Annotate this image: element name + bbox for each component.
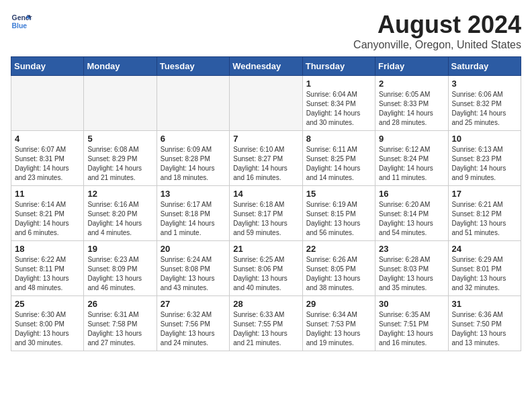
day-number: 6 [161, 134, 226, 144]
day-number: 8 [306, 134, 371, 144]
day-number: 5 [87, 134, 152, 144]
day-number: 3 [452, 79, 517, 89]
day-number: 31 [452, 299, 517, 309]
day-number: 30 [379, 299, 444, 309]
day-cell [11, 76, 84, 131]
day-number: 16 [379, 189, 444, 199]
day-number: 23 [379, 244, 444, 254]
day-info: Sunrise: 6:13 AM Sunset: 8:23 PM Dayligh… [452, 145, 517, 183]
calendar-table: SundayMondayTuesdayWednesdayThursdayFrid… [11, 56, 521, 351]
day-number: 29 [306, 299, 371, 309]
title-section: August 2024 Canyonville, Oregon, United … [353, 11, 521, 51]
day-cell: 21Sunrise: 6:25 AM Sunset: 8:06 PM Dayli… [230, 241, 302, 296]
day-number: 1 [306, 79, 371, 89]
day-cell [230, 76, 302, 131]
day-info: Sunrise: 6:09 AM Sunset: 8:28 PM Dayligh… [161, 145, 226, 183]
day-number: 28 [233, 299, 298, 309]
day-info: Sunrise: 6:32 AM Sunset: 7:56 PM Dayligh… [161, 310, 226, 348]
day-info: Sunrise: 6:19 AM Sunset: 8:15 PM Dayligh… [306, 200, 371, 238]
day-info: Sunrise: 6:30 AM Sunset: 8:00 PM Dayligh… [15, 310, 80, 348]
weekday-header-sunday: Sunday [11, 57, 84, 76]
day-cell: 2Sunrise: 6:05 AM Sunset: 8:33 PM Daylig… [375, 76, 448, 131]
weekday-header-row: SundayMondayTuesdayWednesdayThursdayFrid… [11, 57, 521, 76]
day-number: 11 [15, 189, 80, 199]
day-number: 22 [306, 244, 371, 254]
day-number: 7 [233, 134, 298, 144]
day-number: 15 [306, 189, 371, 199]
svg-text:Blue: Blue [12, 22, 28, 30]
day-number: 12 [87, 189, 152, 199]
day-info: Sunrise: 6:21 AM Sunset: 8:12 PM Dayligh… [452, 200, 517, 238]
day-info: Sunrise: 6:22 AM Sunset: 8:11 PM Dayligh… [15, 255, 80, 293]
weekday-header-wednesday: Wednesday [230, 57, 302, 76]
day-cell: 8Sunrise: 6:11 AM Sunset: 8:25 PM Daylig… [302, 131, 375, 186]
day-info: Sunrise: 6:28 AM Sunset: 8:03 PM Dayligh… [379, 255, 444, 293]
day-cell [84, 76, 157, 131]
day-cell: 26Sunrise: 6:31 AM Sunset: 7:58 PM Dayli… [84, 296, 157, 351]
day-info: Sunrise: 6:29 AM Sunset: 8:01 PM Dayligh… [452, 255, 517, 293]
day-cell: 24Sunrise: 6:29 AM Sunset: 8:01 PM Dayli… [448, 241, 521, 296]
day-number: 26 [87, 299, 152, 309]
day-cell [157, 76, 229, 131]
day-info: Sunrise: 6:36 AM Sunset: 7:50 PM Dayligh… [452, 310, 517, 348]
day-cell: 1Sunrise: 6:04 AM Sunset: 8:34 PM Daylig… [302, 76, 375, 131]
day-number: 14 [233, 189, 298, 199]
day-info: Sunrise: 6:31 AM Sunset: 7:58 PM Dayligh… [87, 310, 152, 348]
day-number: 27 [161, 299, 226, 309]
day-number: 9 [379, 134, 444, 144]
day-info: Sunrise: 6:16 AM Sunset: 8:20 PM Dayligh… [87, 200, 152, 238]
day-cell: 23Sunrise: 6:28 AM Sunset: 8:03 PM Dayli… [375, 241, 448, 296]
day-cell: 6Sunrise: 6:09 AM Sunset: 8:28 PM Daylig… [157, 131, 229, 186]
day-info: Sunrise: 6:05 AM Sunset: 8:33 PM Dayligh… [379, 90, 444, 128]
day-cell: 30Sunrise: 6:35 AM Sunset: 7:51 PM Dayli… [375, 296, 448, 351]
day-cell: 12Sunrise: 6:16 AM Sunset: 8:20 PM Dayli… [84, 186, 157, 241]
day-number: 20 [161, 244, 226, 254]
day-number: 17 [452, 189, 517, 199]
day-info: Sunrise: 6:23 AM Sunset: 8:09 PM Dayligh… [87, 255, 152, 293]
day-info: Sunrise: 6:33 AM Sunset: 7:55 PM Dayligh… [233, 310, 298, 348]
day-number: 24 [452, 244, 517, 254]
day-info: Sunrise: 6:24 AM Sunset: 8:08 PM Dayligh… [161, 255, 226, 293]
logo-icon: General Blue [11, 11, 32, 32]
day-info: Sunrise: 6:06 AM Sunset: 8:32 PM Dayligh… [452, 90, 517, 128]
week-row-4: 18Sunrise: 6:22 AM Sunset: 8:11 PM Dayli… [11, 241, 521, 296]
day-number: 19 [87, 244, 152, 254]
day-number: 18 [15, 244, 80, 254]
day-info: Sunrise: 6:14 AM Sunset: 8:21 PM Dayligh… [15, 200, 80, 238]
day-cell: 20Sunrise: 6:24 AM Sunset: 8:08 PM Dayli… [157, 241, 229, 296]
weekday-header-saturday: Saturday [448, 57, 521, 76]
day-info: Sunrise: 6:26 AM Sunset: 8:05 PM Dayligh… [306, 255, 371, 293]
day-info: Sunrise: 6:34 AM Sunset: 7:53 PM Dayligh… [306, 310, 371, 348]
week-row-2: 4Sunrise: 6:07 AM Sunset: 8:31 PM Daylig… [11, 131, 521, 186]
day-cell: 3Sunrise: 6:06 AM Sunset: 8:32 PM Daylig… [448, 76, 521, 131]
day-cell: 18Sunrise: 6:22 AM Sunset: 8:11 PM Dayli… [11, 241, 84, 296]
weekday-header-friday: Friday [375, 57, 448, 76]
day-cell: 28Sunrise: 6:33 AM Sunset: 7:55 PM Dayli… [230, 296, 302, 351]
month-year-title: August 2024 [353, 11, 521, 39]
day-info: Sunrise: 6:12 AM Sunset: 8:24 PM Dayligh… [379, 145, 444, 183]
day-cell: 16Sunrise: 6:20 AM Sunset: 8:14 PM Dayli… [375, 186, 448, 241]
day-info: Sunrise: 6:04 AM Sunset: 8:34 PM Dayligh… [306, 90, 371, 128]
day-cell: 9Sunrise: 6:12 AM Sunset: 8:24 PM Daylig… [375, 131, 448, 186]
day-cell: 19Sunrise: 6:23 AM Sunset: 8:09 PM Dayli… [84, 241, 157, 296]
day-info: Sunrise: 6:20 AM Sunset: 8:14 PM Dayligh… [379, 200, 444, 238]
header: General Blue August 2024 Canyonville, Or… [11, 11, 521, 51]
day-cell: 22Sunrise: 6:26 AM Sunset: 8:05 PM Dayli… [302, 241, 375, 296]
weekday-header-monday: Monday [84, 57, 157, 76]
week-row-5: 25Sunrise: 6:30 AM Sunset: 8:00 PM Dayli… [11, 296, 521, 351]
day-cell: 5Sunrise: 6:08 AM Sunset: 8:29 PM Daylig… [84, 131, 157, 186]
day-info: Sunrise: 6:07 AM Sunset: 8:31 PM Dayligh… [15, 145, 80, 183]
day-cell: 17Sunrise: 6:21 AM Sunset: 8:12 PM Dayli… [448, 186, 521, 241]
day-cell: 10Sunrise: 6:13 AM Sunset: 8:23 PM Dayli… [448, 131, 521, 186]
weekday-header-thursday: Thursday [302, 57, 375, 76]
day-cell: 29Sunrise: 6:34 AM Sunset: 7:53 PM Dayli… [302, 296, 375, 351]
day-number: 21 [233, 244, 298, 254]
day-cell: 25Sunrise: 6:30 AM Sunset: 8:00 PM Dayli… [11, 296, 84, 351]
day-cell: 31Sunrise: 6:36 AM Sunset: 7:50 PM Dayli… [448, 296, 521, 351]
day-number: 25 [15, 299, 80, 309]
day-number: 10 [452, 134, 517, 144]
day-cell: 27Sunrise: 6:32 AM Sunset: 7:56 PM Dayli… [157, 296, 229, 351]
day-cell: 15Sunrise: 6:19 AM Sunset: 8:15 PM Dayli… [302, 186, 375, 241]
day-info: Sunrise: 6:11 AM Sunset: 8:25 PM Dayligh… [306, 145, 371, 183]
day-info: Sunrise: 6:08 AM Sunset: 8:29 PM Dayligh… [87, 145, 152, 183]
